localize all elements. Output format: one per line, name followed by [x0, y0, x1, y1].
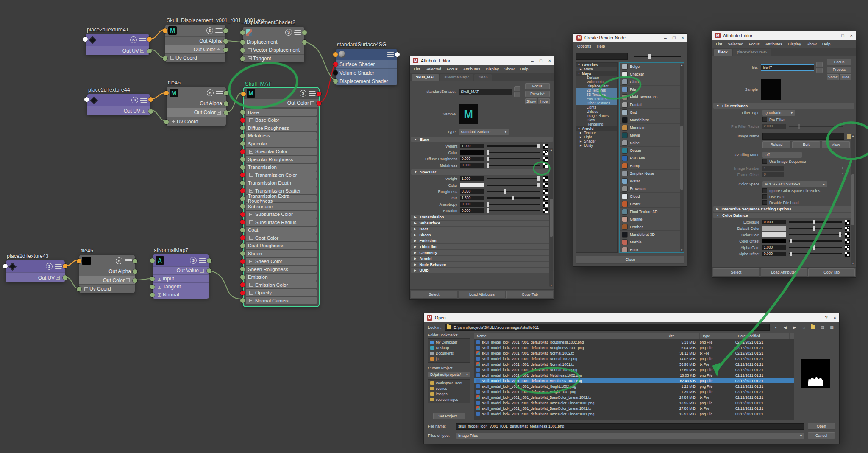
show-output-connections-button[interactable] — [816, 68, 823, 73]
value-field[interactable]: 0.350 — [460, 189, 484, 194]
material-attribute-row[interactable]: Sheen — [246, 250, 317, 257]
section-color-balance[interactable]: ▼Color Balance — [713, 213, 854, 218]
texture-node-item[interactable]: Ramp — [620, 162, 684, 170]
title-bar[interactable]: M Attribute Editor – □ × — [410, 56, 554, 65]
collapsed-section[interactable]: ▶Node Behavior — [411, 262, 553, 267]
image-number-field[interactable]: 1 — [762, 166, 784, 171]
footer-button[interactable]: Select — [713, 268, 760, 277]
expand-icon[interactable] — [170, 56, 174, 60]
map-texture-button[interactable] — [543, 163, 548, 168]
file-row[interactable]: skull_model_lod4_v001_r001_defaultMat_Ba… — [474, 411, 794, 417]
slider-handle[interactable] — [487, 202, 489, 207]
slider-handle[interactable] — [813, 220, 815, 224]
node-displacementShader2[interactable]: displacementShader2 S Displacement Vecto… — [243, 27, 304, 62]
texture-node-item[interactable]: Grid — [620, 109, 684, 116]
menu-item[interactable]: Help — [520, 67, 529, 71]
port-displacement[interactable] — [240, 40, 245, 45]
collapsed-section[interactable]: ▶Thin Film — [411, 244, 553, 249]
port-attribute[interactable] — [240, 220, 245, 224]
use-image-sequence-checkbox[interactable] — [762, 159, 767, 164]
slider-track[interactable] — [789, 221, 842, 223]
port-attribute[interactable] — [240, 228, 245, 232]
value-field[interactable]: 0.000 — [460, 202, 484, 207]
expand-icon[interactable] — [249, 173, 253, 177]
bookmark-item[interactable]: ja — [430, 357, 468, 361]
map-texture-button[interactable] — [543, 189, 548, 194]
current-project-dropdown[interactable]: D:/jahirul/projects/▼ — [428, 372, 470, 377]
port-normal[interactable] — [150, 293, 155, 297]
scroll-up-icon[interactable]: ▲ — [550, 148, 553, 151]
port-out-alpha[interactable] — [223, 39, 228, 44]
file-name-input[interactable]: skull_model_lod4_v001_r001_defaultMat_Me… — [456, 423, 804, 430]
file-row[interactable]: skull_model_lod4_v001_r001_defaultMat_No… — [474, 356, 794, 361]
category-item[interactable]: ▶Shader — [576, 139, 617, 143]
node-file45[interactable]: file45 S Out Alpha Out Color Uv Coord — [79, 255, 135, 293]
project-folder-item[interactable]: sourceimages — [430, 397, 468, 402]
menu-item[interactable]: Options — [577, 44, 591, 48]
expression-icon[interactable]: ⁘ — [841, 173, 844, 176]
port-input[interactable] — [83, 37, 88, 42]
port-out-alpha[interactable] — [133, 269, 137, 274]
material-attribute-row[interactable]: Sheen Color — [246, 258, 317, 265]
port-output[interactable] — [223, 28, 228, 33]
port-out-uv[interactable] — [148, 109, 153, 114]
slider-handle[interactable] — [537, 144, 540, 148]
port-displacement-shader[interactable] — [333, 79, 338, 84]
category-item[interactable]: ▶Maya — [576, 67, 617, 71]
slider-handle[interactable] — [839, 232, 841, 237]
port-input[interactable] — [150, 258, 155, 263]
maximize-button[interactable]: □ — [540, 58, 542, 63]
port-attribute[interactable] — [240, 243, 245, 248]
material-attribute-row[interactable]: Sheen Roughness — [246, 266, 317, 273]
maximize-button[interactable]: □ — [673, 35, 676, 40]
file-row[interactable]: skull_model_lod4_v001_r001_defaultMat_No… — [474, 367, 794, 372]
footer-button[interactable]: Select — [411, 291, 457, 299]
category-item[interactable]: Glow — [576, 118, 617, 122]
category-item[interactable]: ▼Favorites — [576, 63, 617, 67]
port-attribute[interactable] — [240, 251, 245, 256]
node-Skull_MAT[interactable]: Skull_MAT M S Out Color Base Base Colo — [243, 87, 320, 307]
port-input-attr[interactable] — [150, 277, 155, 281]
hide-button[interactable]: Hide — [840, 74, 851, 80]
close-button[interactable]: × — [548, 58, 551, 63]
map-texture-button[interactable] — [543, 144, 548, 149]
slider-track[interactable] — [789, 228, 842, 229]
slider-handle[interactable] — [798, 124, 800, 129]
map-texture-button[interactable] — [845, 239, 850, 244]
port-attribute[interactable] — [240, 118, 245, 123]
texture-node-item[interactable]: Mandelbrot 3D — [620, 231, 684, 238]
details-view-icon[interactable]: ▦ — [829, 324, 835, 330]
slider-track[interactable] — [487, 204, 540, 205]
value-field[interactable] — [762, 232, 786, 237]
scroll-down-icon[interactable]: ▼ — [550, 284, 553, 287]
port-out-uv[interactable] — [147, 49, 152, 53]
slider-track[interactable] — [487, 145, 540, 147]
section-seq-caching[interactable]: ▶Interactive Sequence Caching Options — [713, 206, 854, 212]
edit-button[interactable]: Edit — [792, 141, 820, 148]
collapsed-section[interactable]: ▶UUID — [411, 268, 553, 273]
minimize-button[interactable]: – — [833, 33, 835, 38]
title-bar[interactable]: M Create Render Node – □ × — [573, 34, 687, 42]
map-texture-button[interactable] — [543, 208, 548, 213]
category-item[interactable]: Surface — [576, 76, 617, 80]
material-attribute-row[interactable]: Subsurface — [246, 203, 317, 210]
scrollbar[interactable]: ▲▼ — [680, 64, 684, 252]
category-item[interactable]: ▶Texture — [576, 131, 617, 135]
material-attribute-row[interactable]: Transmission — [246, 164, 317, 171]
node-file46[interactable]: file46 M S Out Alpha Out Color Uv Coord — [167, 87, 226, 126]
presets-button[interactable]: Presets* — [525, 91, 550, 97]
material-attribute-row[interactable]: Base Color — [246, 117, 317, 124]
hide-button[interactable]: Hide — [538, 98, 550, 104]
set-project-button[interactable]: Set Project... — [433, 413, 465, 419]
new-folder-icon[interactable] — [810, 324, 816, 330]
texture-node-item[interactable]: File — [620, 86, 684, 93]
texture-node-item[interactable]: Water — [620, 177, 684, 185]
texture-node-item[interactable]: Noise — [620, 139, 684, 147]
path-dropdown-icon[interactable]: ▾ — [773, 324, 779, 330]
category-item[interactable]: Displacement — [576, 84, 617, 88]
port-output[interactable] — [147, 37, 152, 42]
show-input-connections-button[interactable] — [816, 62, 823, 67]
port-attribute[interactable] — [240, 181, 245, 185]
expand-icon[interactable] — [158, 285, 161, 289]
slider-handle[interactable] — [487, 157, 489, 161]
